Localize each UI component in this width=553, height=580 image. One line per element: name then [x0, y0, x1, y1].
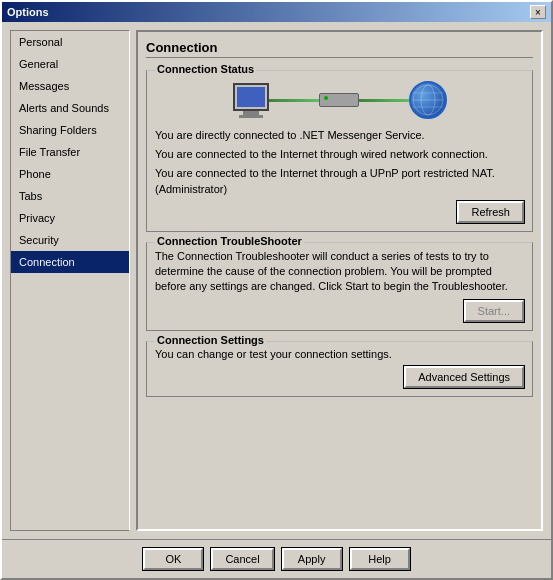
connection-line-1 — [269, 99, 319, 102]
router-body — [319, 93, 359, 107]
sidebar-item-sharing[interactable]: Sharing Folders — [11, 119, 129, 141]
sidebar: Personal General Messages Alerts and Sou… — [10, 30, 130, 531]
sidebar-item-connection[interactable]: Connection — [11, 251, 129, 273]
status-line-3: You are connected to the Internet throug… — [155, 165, 524, 197]
sidebar-item-alerts[interactable]: Alerts and Sounds — [11, 97, 129, 119]
troubleshooter-description: The Connection Troubleshooter will condu… — [155, 249, 524, 294]
connection-line-2 — [359, 99, 409, 102]
window-title: Options — [7, 6, 49, 18]
troubleshooter-label: Connection TroubleShooter — [155, 235, 304, 247]
content-panel: Connection Connection Status — [136, 30, 543, 531]
cancel-button[interactable]: Cancel — [211, 548, 273, 570]
sidebar-item-personal[interactable]: Personal — [11, 31, 129, 53]
refresh-button[interactable]: Refresh — [457, 201, 524, 223]
troubleshooter-group: Connection TroubleShooter The Connection… — [146, 242, 533, 331]
apply-button[interactable]: Apply — [282, 548, 342, 570]
settings-group: Connection Settings You can change or te… — [146, 341, 533, 397]
advanced-settings-button[interactable]: Advanced Settings — [404, 366, 524, 388]
main-area: Personal General Messages Alerts and Sou… — [2, 22, 551, 539]
sidebar-item-phone[interactable]: Phone — [11, 163, 129, 185]
router-light — [324, 96, 328, 100]
ok-button[interactable]: OK — [143, 548, 203, 570]
connection-status-group: Connection Status — [146, 70, 533, 232]
dialog-body: Personal General Messages Alerts and Sou… — [2, 22, 551, 578]
sidebar-item-general[interactable]: General — [11, 53, 129, 75]
status-line-1: You are directly connected to .NET Messe… — [155, 127, 524, 143]
sidebar-item-tabs[interactable]: Tabs — [11, 185, 129, 207]
bottom-bar: OK Cancel Apply Help — [2, 539, 551, 578]
start-row: Start... — [155, 300, 524, 322]
title-bar: Options × — [2, 2, 551, 22]
status-line-2: You are connected to the Internet throug… — [155, 146, 524, 162]
help-button[interactable]: Help — [350, 548, 410, 570]
sidebar-item-privacy[interactable]: Privacy — [11, 207, 129, 229]
router-icon — [319, 93, 359, 107]
monitor-stand — [239, 115, 263, 118]
refresh-row: Refresh — [155, 201, 524, 223]
sidebar-item-messages[interactable]: Messages — [11, 75, 129, 97]
content-title: Connection — [146, 40, 533, 58]
connection-visual — [155, 81, 524, 119]
sidebar-item-security[interactable]: Security — [11, 229, 129, 251]
start-button[interactable]: Start... — [464, 300, 524, 322]
settings-label: Connection Settings — [155, 334, 266, 346]
computer-icon — [233, 83, 269, 118]
settings-description: You can change or test your connection s… — [155, 348, 524, 360]
close-button[interactable]: × — [530, 5, 546, 19]
status-text-area: You are directly connected to .NET Messe… — [155, 127, 524, 197]
monitor-screen — [237, 87, 265, 107]
monitor — [233, 83, 269, 111]
globe-icon — [409, 81, 447, 119]
sidebar-item-filetransfer[interactable]: File Transfer — [11, 141, 129, 163]
advanced-row: Advanced Settings — [155, 366, 524, 388]
connection-status-label: Connection Status — [155, 63, 256, 75]
options-window: Options × Personal General Messages Aler… — [0, 0, 553, 580]
